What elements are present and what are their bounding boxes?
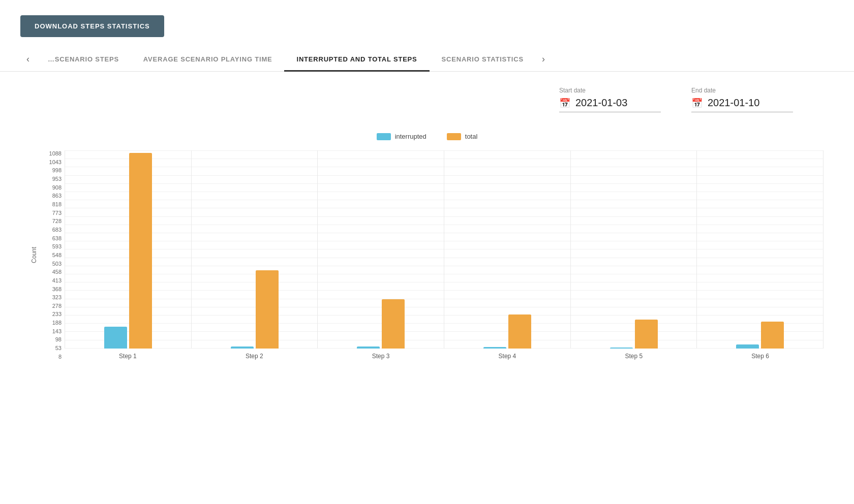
bar-total-step-5 [635, 320, 658, 349]
step-group-1 [65, 150, 191, 349]
y-tick: 323 [52, 294, 62, 300]
bar-total-step-2 [256, 270, 279, 349]
bar-total-step-3 [382, 299, 405, 349]
x-label-step-4: Step 4 [444, 349, 570, 360]
y-axis-title: Count [30, 247, 38, 263]
end-date-label: End date [691, 87, 793, 94]
end-date-field: End date 📅 [691, 87, 793, 112]
tab-average-playing-time[interactable]: AVERAGE SCENARIO PLAYING TIME [131, 47, 285, 71]
legend-interrupted: interrupted [377, 133, 426, 140]
y-tick: 773 [52, 210, 62, 216]
y-tick: 8 [58, 354, 62, 360]
chart-legend: interrupted total [30, 133, 824, 140]
x-label-step-5: Step 5 [570, 349, 697, 360]
legend-total: total [447, 133, 478, 140]
bar-interrupted-step-2 [231, 346, 254, 349]
y-tick: 458 [52, 269, 62, 275]
date-filters: Start date 📅 End date 📅 [30, 87, 824, 112]
y-tick: 863 [52, 193, 62, 199]
x-axis-labels: Step 1Step 2Step 3Step 4Step 5Step 6 [65, 349, 824, 360]
y-tick: 233 [52, 311, 62, 317]
bar-interrupted-step-6 [736, 344, 759, 349]
tabs-navigation: ‹ …SCENARIO STEPS AVERAGE SCENARIO PLAYI… [0, 47, 854, 72]
y-tick: 143 [52, 328, 62, 334]
bars-area [65, 150, 824, 349]
y-tick: 593 [52, 243, 62, 249]
x-label-step-3: Step 3 [318, 349, 444, 360]
bar-total-step-1 [129, 153, 152, 349]
y-tick: 278 [52, 303, 62, 309]
y-tick: 368 [52, 286, 62, 292]
chart-plot-area [65, 150, 824, 349]
y-tick: 413 [52, 277, 62, 284]
tabs-prev-arrow[interactable]: ‹ [20, 54, 36, 65]
bar-interrupted-step-4 [483, 347, 506, 349]
x-label-step-6: Step 6 [697, 349, 824, 360]
bar-interrupted-step-1 [104, 327, 127, 349]
y-tick: 818 [52, 201, 62, 207]
y-tick: 548 [52, 252, 62, 258]
legend-total-color [447, 133, 461, 140]
y-tick: 953 [52, 176, 62, 182]
bar-total-step-6 [761, 322, 784, 349]
y-tick: 53 [55, 345, 62, 351]
chart-section: Start date 📅 End date 📅 interrupted tota… [0, 72, 854, 380]
y-tick: 998 [52, 167, 62, 173]
start-date-input[interactable] [575, 97, 657, 109]
y-tick: 503 [52, 261, 62, 267]
tabs-next-arrow[interactable]: › [536, 54, 551, 65]
legend-total-label: total [465, 133, 478, 140]
step-group-2 [191, 150, 318, 349]
y-tick: 638 [52, 235, 62, 241]
end-date-input[interactable] [708, 97, 789, 109]
bar-total-step-4 [508, 314, 531, 349]
y-tick: 908 [52, 184, 62, 191]
legend-interrupted-color [377, 133, 391, 140]
tab-scenario-statistics[interactable]: SCENARIO STATISTICS [430, 47, 536, 71]
y-tick: 1088 [49, 150, 62, 156]
bar-interrupted-step-3 [357, 346, 380, 349]
y-axis-ticks: 1088104399895390886381877372868363859354… [42, 150, 65, 360]
y-tick: 683 [52, 227, 62, 233]
y-tick: 98 [55, 336, 62, 342]
y-tick: 188 [52, 320, 62, 326]
tab-scenario-steps[interactable]: …SCENARIO STEPS [36, 47, 131, 71]
step-group-6 [696, 150, 824, 349]
step-group-4 [444, 150, 570, 349]
legend-interrupted-label: interrupted [395, 133, 426, 140]
bar-interrupted-step-5 [610, 348, 633, 349]
y-tick: 1043 [49, 159, 62, 165]
download-button[interactable]: DOWNLOAD STEPS STATISTICS [20, 15, 164, 37]
chart-wrapper: interrupted total Count 1088104399895390… [30, 128, 824, 360]
start-date-label: Start date [559, 87, 661, 94]
step-group-3 [317, 150, 444, 349]
y-tick: 728 [52, 218, 62, 224]
tab-interrupted-total[interactable]: INTERRUPTED AND TOTAL STEPS [284, 47, 429, 71]
x-label-step-2: Step 2 [191, 349, 318, 360]
step-group-5 [570, 150, 697, 349]
x-label-step-1: Step 1 [65, 349, 191, 360]
end-date-calendar-icon[interactable]: 📅 [691, 98, 703, 109]
start-date-calendar-icon[interactable]: 📅 [559, 98, 570, 109]
start-date-field: Start date 📅 [559, 87, 661, 112]
